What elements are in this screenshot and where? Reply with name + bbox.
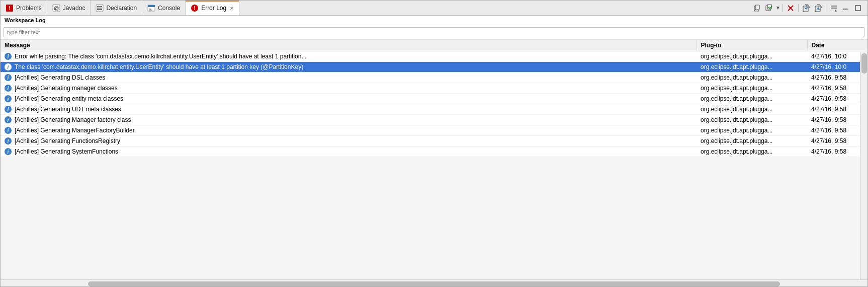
col-header-message[interactable]: Message (1, 40, 697, 51)
javadoc-icon: @ (52, 4, 60, 12)
message-text: [Achilles] Generating ManagerFactoryBuil… (15, 127, 135, 134)
table-row[interactable]: i[Achilles] Generating SystemFunctionsor… (1, 147, 867, 157)
workspace-title: Workspace Log (1, 16, 867, 25)
cell-plugin: org.eclipse.jdt.apt.plugga... (697, 136, 807, 147)
info-icon: i (5, 85, 12, 92)
toolbar-import-button[interactable] (813, 3, 824, 14)
info-icon: i (5, 116, 12, 123)
tab-declaration-label: Declaration (106, 5, 137, 12)
info-icon: i (5, 106, 12, 113)
cell-message: i[Achilles] Generating SystemFunctions (1, 147, 697, 157)
filter-bar (1, 25, 867, 40)
cell-date: 4/27/16, 9:58 (807, 104, 867, 115)
cell-plugin: org.eclipse.jdt.apt.plugga... (697, 94, 807, 104)
hscroll-thumb (88, 281, 780, 286)
message-text: The class 'com.datastax.demo.killrchat.e… (15, 63, 303, 70)
info-icon: i (5, 53, 12, 60)
problems-icon: ! (6, 4, 14, 12)
cell-message: iThe class 'com.datastax.demo.killrchat.… (1, 62, 697, 73)
message-text: [Achilles] Generating entity meta classe… (15, 95, 123, 102)
cell-plugin: org.eclipse.jdt.apt.plugga... (697, 83, 807, 94)
table-row[interactable]: iError while parsing: The class 'com.dat… (1, 51, 867, 62)
declaration-icon (96, 4, 104, 12)
svg-rect-15 (755, 5, 759, 10)
cell-plugin: org.eclipse.jdt.apt.plugga... (697, 51, 807, 62)
tab-console-label: Console (158, 5, 180, 12)
tab-bar: ! Problems @ Javadoc Declaration (1, 1, 867, 16)
cell-message: iError while parsing: The class 'com.dat… (1, 51, 697, 62)
horizontal-scrollbar[interactable] (1, 279, 867, 287)
cell-plugin: org.eclipse.jdt.apt.plugga... (697, 147, 807, 157)
info-icon: i (5, 148, 12, 155)
main-area: Workspace Log Message Plug-in Date (1, 16, 867, 287)
cell-date: 4/27/16, 9:58 (807, 147, 867, 157)
message-text: [Achilles] Generating FunctionsRegistry (15, 137, 120, 145)
table-row[interactable]: i[Achilles] Generating manager classesor… (1, 83, 867, 94)
cell-message: i[Achilles] Generating DSL classes (1, 73, 697, 83)
table-row[interactable]: iThe class 'com.datastax.demo.killrchat.… (1, 62, 867, 73)
tab-javadoc[interactable]: @ Javadoc (47, 1, 91, 15)
toolbar-maximize-button[interactable] (852, 3, 863, 14)
message-text: [Achilles] Generating UDT meta classes (15, 106, 121, 113)
info-icon: i (5, 95, 12, 102)
tab-declaration[interactable]: Declaration (91, 1, 142, 15)
message-text: [Achilles] Generating manager classes (15, 85, 118, 92)
tab-errorlog-label: Error Log (201, 5, 226, 12)
log-table-container: Message Plug-in Date iError while parsin… (1, 40, 867, 279)
toolbar-delete-button[interactable] (785, 3, 796, 14)
info-icon: i (5, 74, 12, 81)
table-header-row: Message Plug-in Date (1, 40, 867, 51)
table-body: iError while parsing: The class 'com.dat… (1, 51, 867, 157)
cell-date: 4/27/16, 9:58 (807, 94, 867, 104)
toolbar-sep3 (826, 4, 826, 12)
svg-text:@: @ (54, 6, 59, 11)
cell-date: 4/27/16, 10:0 (807, 51, 867, 62)
errorlog-icon: ! (191, 4, 199, 12)
toolbar-copy-button[interactable] (751, 3, 762, 14)
filter-input[interactable] (4, 27, 864, 37)
cell-message: i[Achilles] Generating Manager factory c… (1, 115, 697, 125)
cell-date: 4/27/16, 9:58 (807, 83, 867, 94)
message-text: Error while parsing: The class 'com.data… (15, 53, 306, 60)
message-text: [Achilles] Generating Manager factory cl… (15, 116, 131, 123)
toolbar-minimize-button[interactable] (840, 3, 851, 14)
table-row[interactable]: i[Achilles] Generating UDT meta classeso… (1, 104, 867, 115)
console-icon (147, 4, 155, 12)
toolbar-sep2 (798, 4, 799, 12)
table-row[interactable]: i[Achilles] Generating ManagerFactoryBui… (1, 125, 867, 136)
errorlog-close-button[interactable]: ✕ (230, 6, 234, 11)
cell-message: i[Achilles] Generating UDT meta classes (1, 104, 697, 115)
cell-plugin: org.eclipse.jdt.apt.plugga... (697, 104, 807, 115)
toolbar-copy2-button[interactable] (763, 3, 774, 14)
cell-plugin: org.eclipse.jdt.apt.plugga... (697, 115, 807, 125)
info-icon: i (5, 127, 12, 134)
table-row[interactable]: i[Achilles] Generating entity meta class… (1, 94, 867, 104)
cell-plugin: org.eclipse.jdt.apt.plugga... (697, 73, 807, 83)
svg-rect-27 (855, 6, 860, 11)
info-icon: i (5, 63, 12, 70)
toolbar-sep1 (783, 4, 783, 12)
tab-problems[interactable]: ! Problems (1, 1, 47, 15)
toolbar-export-button[interactable] (801, 3, 812, 14)
tab-javadoc-label: Javadoc (63, 5, 85, 12)
cell-message: i[Achilles] Generating entity meta class… (1, 94, 697, 104)
table-row[interactable]: i[Achilles] Generating DSL classesorg.ec… (1, 73, 867, 83)
toolbar-dropdown-arrow[interactable]: ▼ (775, 5, 780, 11)
col-header-date[interactable]: Date (807, 40, 867, 51)
cell-plugin: org.eclipse.jdt.apt.plugga... (697, 125, 807, 136)
cell-date: 4/27/16, 9:58 (807, 125, 867, 136)
vertical-scrollbar[interactable] (860, 52, 867, 279)
table-row[interactable]: i[Achilles] Generating Manager factory c… (1, 115, 867, 125)
tab-console[interactable]: Console (142, 1, 186, 15)
scrollbar-thumb (861, 53, 867, 74)
svg-text:!: ! (9, 5, 11, 11)
col-header-plugin[interactable]: Plug-in (697, 40, 807, 51)
table-row[interactable]: i[Achilles] Generating FunctionsRegistry… (1, 136, 867, 147)
toolbar-more-button[interactable] (828, 3, 839, 14)
cell-date: 4/27/16, 9:58 (807, 136, 867, 147)
cell-message: i[Achilles] Generating ManagerFactoryBui… (1, 125, 697, 136)
message-text: [Achilles] Generating DSL classes (15, 74, 105, 81)
tab-errorlog[interactable]: ! Error Log ✕ (186, 1, 239, 15)
log-table: Message Plug-in Date iError while parsin… (1, 40, 867, 157)
cell-message: i[Achilles] Generating FunctionsRegistry (1, 136, 697, 147)
